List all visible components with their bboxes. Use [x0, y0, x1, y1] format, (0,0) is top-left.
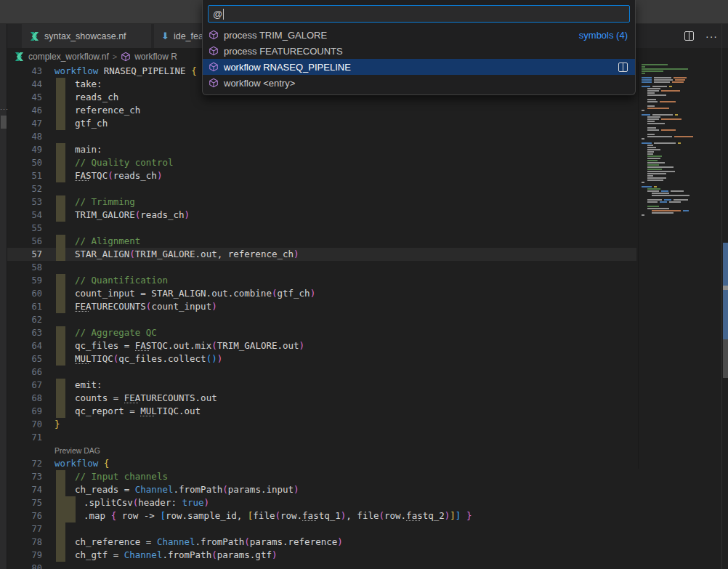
symbol-quick-pick: @ process TRIM_GALOREsymbols (4)process … [202, 0, 636, 95]
line-number: 68 [7, 392, 42, 405]
line-number: 70 [7, 418, 42, 431]
minimap-line [647, 147, 724, 148]
line-number: 47 [7, 117, 42, 130]
minimap-line [647, 101, 724, 102]
minimap-line [647, 175, 724, 177]
scrollbar-decoration[interactable] [723, 339, 728, 378]
quick-pick-item-label: process TRIM_GALORE [224, 30, 327, 41]
minimap-line [642, 97, 719, 98]
quick-pick-item[interactable]: workflow RNASEQ_PIPELINE [203, 59, 635, 75]
sidebar-scrollbar-thumb[interactable] [1, 116, 7, 129]
quick-pick-input[interactable]: @ [208, 5, 630, 23]
line-number: 80 [7, 562, 42, 569]
minimap-line [647, 164, 724, 166]
minimap-line [642, 132, 719, 133]
minimap-line [647, 166, 724, 168]
indent-highlight [56, 379, 65, 392]
minimap-line [647, 201, 724, 203]
indent-highlight [56, 300, 65, 313]
breadcrumb-symbol[interactable]: workflow R [134, 52, 177, 62]
minimap-line [647, 123, 724, 124]
minimap-line [642, 182, 719, 183]
minimap-line [642, 214, 719, 216]
line-number: 58 [7, 261, 42, 274]
quick-pick-item[interactable]: process FEATURECOUNTS [203, 43, 635, 59]
minimap-line [647, 173, 724, 174]
code-line: STAR_ALIGN(TRIM_GALORE.out, reference_ch… [75, 248, 299, 261]
vscode-window: ··· syntax_showcase.nf⬇ide_feat ··· comp… [0, 0, 728, 569]
code-line: } [54, 418, 60, 431]
line-number: 65 [7, 352, 42, 366]
line-number: 69 [7, 405, 42, 418]
code-line: workflow RNASEQ_PIPELINE { [54, 65, 197, 78]
minimap-line [647, 153, 724, 155]
quick-pick-query: @ [213, 9, 222, 20]
indent-highlight [56, 483, 65, 496]
minimap-line [642, 114, 719, 116]
code-editor[interactable]: 43workflow RNASEQ_PIPELINE {44take:45rea… [7, 65, 636, 569]
editor-more-actions-button[interactable]: ··· [705, 31, 718, 42]
minimap-line [642, 110, 719, 111]
breadcrumb-separator: > [113, 52, 117, 61]
minimap-line [652, 212, 728, 214]
indent-highlight [56, 143, 65, 156]
minimap-line [647, 92, 724, 94]
minimap-line [642, 125, 719, 126]
line-number: 73 [7, 470, 42, 483]
minimap-line [647, 206, 724, 207]
line-number: 61 [7, 300, 42, 313]
line-number: 79 [7, 549, 42, 562]
code-line: // Trimming [75, 195, 135, 209]
indent-highlight [56, 156, 65, 169]
split-editor-button[interactable] [684, 31, 694, 41]
indent-highlight [56, 405, 65, 418]
minimap-line [642, 75, 719, 76]
open-to-side-button[interactable] [618, 62, 628, 72]
indent-highlight [56, 522, 65, 536]
sidebar-overflow-icon[interactable]: ··· [0, 105, 7, 113]
line-number: 57 [7, 248, 42, 261]
minimap[interactable] [638, 62, 721, 469]
minimap-line [647, 160, 724, 161]
arrow-down-icon: ⬇ [161, 31, 169, 41]
quick-pick-item[interactable]: process TRIM_GALOREsymbols (4) [203, 27, 635, 43]
minimap-line [642, 186, 719, 187]
minimap-line [642, 84, 719, 85]
breadcrumb-file[interactable]: complex_workflow.nf [28, 52, 109, 62]
line-number: 77 [7, 522, 42, 536]
line-number: 45 [7, 91, 42, 104]
line-number: 49 [7, 143, 42, 156]
scrollbar-decoration[interactable] [723, 243, 728, 286]
quick-pick-item-label: workflow RNASEQ_PIPELINE [224, 62, 351, 73]
code-line: ch_gtf = Channel.fromPath(params.gtf) [75, 549, 277, 562]
line-number: 43 [7, 65, 42, 78]
codelens-preview-dag[interactable]: Preview DAG [54, 444, 100, 457]
line-number: 67 [7, 379, 42, 392]
code-line: FASTQC(reads_ch) [75, 169, 162, 182]
indent-highlight [56, 339, 65, 352]
code-line: TRIM_GALORE(reads_ch) [75, 209, 190, 222]
minimap-line [642, 73, 719, 74]
collapsed-sidebar[interactable]: ··· [0, 24, 7, 569]
indent-highlight [56, 470, 65, 483]
quick-pick-item[interactable]: workflow <entry> [203, 75, 635, 91]
minimap-line [647, 121, 724, 122]
indent-highlight [56, 169, 65, 182]
minimap-line [647, 127, 724, 129]
line-number: 54 [7, 209, 42, 222]
minimap-line [647, 156, 724, 157]
line-number: 52 [7, 182, 42, 195]
minimap-line [642, 184, 719, 185]
tab-label: syntax_showcase.nf [44, 31, 126, 41]
line-number: 51 [7, 169, 42, 182]
minimap-line [647, 162, 724, 164]
minimap-line [647, 158, 724, 159]
minimap-line [642, 140, 719, 142]
code-line: // Quality control [75, 156, 173, 169]
minimap-line [642, 68, 719, 70]
code-line: main: [75, 143, 102, 156]
overview-ruler-scrollbar[interactable] [721, 24, 728, 569]
line-number: 76 [7, 509, 42, 522]
tab-syntax-showcase-nf[interactable]: syntax_showcase.nf [22, 24, 151, 48]
scrollbar-decoration[interactable] [723, 290, 728, 339]
